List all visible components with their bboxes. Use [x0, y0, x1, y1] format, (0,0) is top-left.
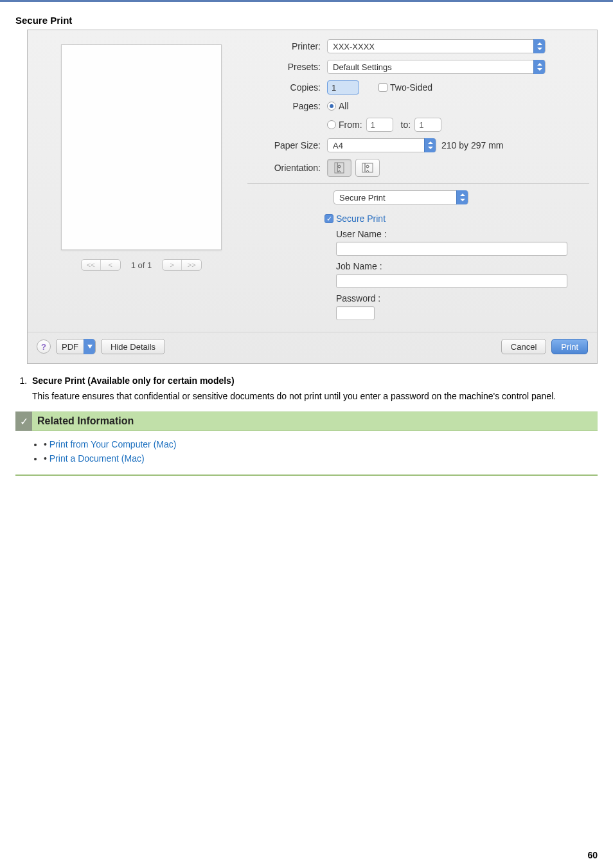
- pages-to-label: to:: [401, 120, 411, 130]
- pages-range-radio[interactable]: [327, 120, 336, 129]
- nav-first-icon: <<: [82, 260, 101, 270]
- pages-to-field[interactable]: 1: [414, 118, 441, 132]
- paper-dim-label: 210 by 297 mm: [441, 140, 504, 150]
- paper-size-label: Paper Size:: [247, 140, 327, 150]
- person-portrait-icon: [334, 162, 344, 174]
- nav-back-group[interactable]: << <: [81, 259, 121, 271]
- pages-from-field[interactable]: 1: [366, 118, 393, 132]
- check-icon: ✓: [15, 411, 32, 431]
- help-button[interactable]: ?: [37, 339, 51, 354]
- user-name-input[interactable]: [336, 242, 567, 256]
- pages-all-radio[interactable]: [327, 102, 336, 111]
- hide-details-button[interactable]: Hide Details: [101, 339, 165, 354]
- nav-fwd-group[interactable]: > >>: [162, 259, 202, 271]
- divider: [15, 475, 598, 476]
- related-link-0[interactable]: Print from Your Computer (Mac): [49, 439, 177, 449]
- pane-select-value: Secure Print: [339, 193, 386, 203]
- section-title: Secure Print: [15, 15, 598, 26]
- copies-field[interactable]: 1: [327, 80, 359, 95]
- two-sided-label: Two-Sided: [390, 82, 432, 93]
- print-button[interactable]: Print: [551, 339, 588, 354]
- stepper-icon: [424, 138, 436, 152]
- paper-size-value: A4: [333, 141, 343, 150]
- stepper-icon: [456, 190, 468, 204]
- presets-label: Presets:: [247, 62, 327, 72]
- item-title: Secure Print (Available only for certain…: [32, 375, 235, 386]
- preview-column: << < 1 of 1 > >>: [35, 37, 247, 329]
- preview-page: [61, 44, 222, 250]
- job-name-input[interactable]: [336, 274, 567, 288]
- portrait-button[interactable]: [327, 159, 351, 177]
- pdf-button[interactable]: PDF: [56, 339, 96, 354]
- nav-last-icon: >>: [182, 260, 201, 270]
- secure-print-label: Secure Print: [336, 213, 386, 224]
- cancel-button[interactable]: Cancel: [501, 339, 546, 354]
- nav-prev-icon: <: [101, 260, 120, 270]
- paper-size-select[interactable]: A4: [327, 138, 436, 152]
- pdf-label: PDF: [57, 342, 84, 352]
- two-sided-checkbox[interactable]: [378, 83, 387, 92]
- presets-select[interactable]: Default Settings: [327, 60, 546, 74]
- orientation-label: Orientation:: [247, 163, 327, 173]
- printer-label: Printer:: [247, 41, 327, 51]
- page-count: 1 of 1: [131, 260, 152, 270]
- printer-value: XXX-XXXX: [333, 42, 375, 51]
- copies-label: Copies:: [247, 82, 327, 93]
- related-links: • Print from Your Computer (Mac) • Print…: [44, 437, 598, 466]
- secure-print-checkbox[interactable]: [324, 214, 333, 223]
- job-name-label: Job Name :: [324, 261, 589, 271]
- landscape-button[interactable]: [355, 159, 380, 177]
- pages-from-label: From:: [339, 120, 362, 130]
- item-body: This feature ensures that confidential o…: [32, 390, 598, 402]
- pages-all-label: All: [339, 101, 349, 111]
- related-heading: Related Information: [32, 415, 134, 427]
- presets-value: Default Settings: [333, 62, 392, 72]
- pages-label: Pages:: [247, 101, 327, 111]
- related-link-1[interactable]: Print a Document (Mac): [49, 453, 145, 464]
- pane-select[interactable]: Secure Print: [333, 190, 468, 204]
- person-landscape-icon: [362, 163, 373, 173]
- chevron-down-icon: [84, 339, 95, 354]
- related-info-bar: ✓ Related Information: [15, 411, 598, 431]
- stepper-icon: [533, 39, 545, 53]
- password-input[interactable]: [336, 306, 375, 320]
- password-label: Password :: [324, 293, 589, 303]
- print-dialog: << < 1 of 1 > >> Printer: XXX-XXXX: [27, 30, 598, 364]
- printer-select[interactable]: XXX-XXXX: [327, 39, 546, 53]
- user-name-label: User Name :: [324, 229, 589, 239]
- content-list: Secure Print (Available only for certain…: [30, 375, 598, 402]
- settings-column: Printer: XXX-XXXX Presets: Default Setti…: [247, 37, 589, 329]
- nav-next-icon: >: [163, 260, 182, 270]
- stepper-icon: [533, 60, 545, 74]
